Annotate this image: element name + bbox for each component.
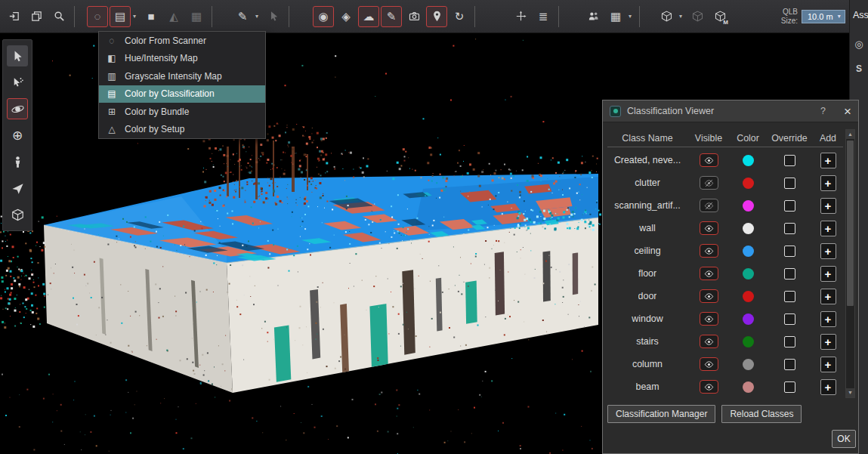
scroll-down-button[interactable]: ▼ xyxy=(846,388,854,397)
image-color-button[interactable]: ▦ xyxy=(186,6,207,27)
override-checkbox[interactable] xyxy=(784,336,795,347)
assistant-section-label[interactable]: S xyxy=(850,63,868,74)
override-checkbox[interactable] xyxy=(784,178,795,189)
add-points-button[interactable]: + xyxy=(820,379,836,395)
menu-color-by-classification[interactable]: ▤Color by Classification xyxy=(99,85,265,103)
classification-manager-button[interactable]: Classification Manager xyxy=(607,405,715,423)
wireframe-cube-button[interactable] xyxy=(687,6,708,27)
override-checkbox[interactable] xyxy=(784,223,795,234)
visibility-on-button[interactable] xyxy=(700,312,718,326)
menu-color-from-scanner[interactable]: ◌Color From Scanner xyxy=(99,32,265,50)
registration-button[interactable]: ≣ xyxy=(533,6,554,27)
collaboration-button[interactable] xyxy=(582,6,604,27)
add-points-button[interactable]: + xyxy=(820,175,836,191)
chevron-down-icon[interactable]: ▾ xyxy=(679,13,685,20)
override-checkbox[interactable] xyxy=(784,381,795,393)
qlb-cube-button[interactable]: M xyxy=(709,6,731,27)
add-points-button[interactable]: + xyxy=(820,357,836,372)
clipping-box-button[interactable] xyxy=(7,204,28,225)
override-checkbox[interactable] xyxy=(784,200,795,212)
add-points-button[interactable]: + xyxy=(820,198,836,214)
class-color-swatch[interactable] xyxy=(743,223,754,234)
close-icon[interactable]: × xyxy=(844,105,851,118)
visibility-off-button[interactable] xyxy=(700,176,718,190)
ok-button[interactable]: OK xyxy=(832,430,856,448)
paint-select-button[interactable] xyxy=(263,6,284,27)
add-points-button[interactable]: + xyxy=(820,311,836,327)
add-points-button[interactable]: + xyxy=(820,221,836,236)
walkthrough-button[interactable] xyxy=(7,151,28,172)
class-color-swatch[interactable] xyxy=(743,268,754,280)
qlb-size-input[interactable]: 10.0 m ▾ xyxy=(802,10,845,23)
visibility-on-button[interactable] xyxy=(700,289,718,303)
menu-grayscale-intensity-map[interactable]: ▥Grayscale Intensity Map xyxy=(99,67,265,85)
point-annotation-button[interactable]: ◉ xyxy=(313,6,334,27)
chevron-down-icon[interactable]: ▾ xyxy=(255,13,261,20)
visibility-off-button[interactable] xyxy=(700,199,718,212)
reload-classes-button[interactable]: Reload Classes xyxy=(721,405,802,423)
visibility-on-button[interactable] xyxy=(700,267,718,280)
visibility-on-button[interactable] xyxy=(700,244,718,258)
menu-color-by-setup[interactable]: △Color by Setup xyxy=(99,121,265,139)
transform-button[interactable] xyxy=(510,6,531,27)
menu-color-by-bundle[interactable]: ⊞Color by Bundle xyxy=(99,103,265,121)
add-points-button[interactable]: + xyxy=(820,266,836,282)
scroll-up-button[interactable]: ▲ xyxy=(846,130,854,139)
chevron-down-icon[interactable]: ▾ xyxy=(133,13,139,20)
snap-grid-button[interactable]: ▦ xyxy=(605,6,626,27)
class-color-swatch[interactable] xyxy=(743,313,754,325)
marker-annotation-button[interactable]: ✎ xyxy=(381,6,402,27)
scrollbar-track[interactable]: ▲ ▼ xyxy=(845,129,855,398)
add-points-button[interactable]: + xyxy=(820,334,836,350)
duplicate-view-button[interactable] xyxy=(26,6,47,27)
classification-viewer-titlebar[interactable]: Classification Viewer ? × xyxy=(603,100,858,122)
color-from-scanner-button[interactable]: ◌ xyxy=(87,6,108,27)
chevron-down-icon[interactable]: ▾ xyxy=(629,13,635,20)
point-select-button[interactable] xyxy=(7,72,28,93)
override-checkbox[interactable] xyxy=(784,313,795,325)
visibility-on-button[interactable] xyxy=(700,221,718,235)
class-color-swatch[interactable] xyxy=(743,291,754,302)
assistant-icon[interactable]: ◎ xyxy=(850,39,868,50)
class-color-swatch[interactable] xyxy=(743,381,754,393)
sync-annotations-button[interactable]: ↻ xyxy=(449,6,470,27)
add-points-button[interactable]: + xyxy=(820,289,836,304)
visibility-on-button[interactable] xyxy=(700,153,718,167)
chevron-down-icon[interactable]: ▾ xyxy=(838,13,841,20)
menu-hue-intensity-map[interactable]: ◧Hue/Intensity Map xyxy=(99,50,265,68)
help-button[interactable]: ? xyxy=(820,106,826,116)
override-checkbox[interactable] xyxy=(784,291,795,302)
class-color-swatch[interactable] xyxy=(743,155,754,166)
mesh-color-button[interactable]: ◭ xyxy=(163,6,184,27)
camera-annotation-button[interactable] xyxy=(403,6,425,27)
tag-annotation-button[interactable]: ◈ xyxy=(335,6,357,27)
add-points-button[interactable]: + xyxy=(820,153,836,168)
class-color-swatch[interactable] xyxy=(743,359,754,370)
class-color-swatch[interactable] xyxy=(743,246,754,257)
override-checkbox[interactable] xyxy=(784,359,795,370)
cloud-annotation-button[interactable]: ☁ xyxy=(358,6,379,27)
class-color-swatch[interactable] xyxy=(743,178,754,189)
visibility-on-button[interactable] xyxy=(700,335,718,348)
orbit-tool-button[interactable] xyxy=(7,98,28,119)
import-project-button[interactable] xyxy=(3,6,24,27)
color-mode-button[interactable]: ▤ xyxy=(110,6,131,27)
override-checkbox[interactable] xyxy=(784,246,795,257)
center-view-button[interactable]: ⊕ xyxy=(7,125,28,146)
paint-brush-button[interactable]: ✎ xyxy=(232,6,253,27)
add-points-button[interactable]: + xyxy=(820,243,836,259)
fly-mode-button[interactable] xyxy=(7,178,28,199)
zoom-button[interactable] xyxy=(48,6,70,27)
visibility-on-button[interactable] xyxy=(700,380,718,394)
override-checkbox[interactable] xyxy=(784,155,795,166)
override-checkbox[interactable] xyxy=(784,268,795,280)
class-color-swatch[interactable] xyxy=(743,200,754,212)
column-header-add: Add xyxy=(820,133,836,144)
location-pin-button[interactable] xyxy=(426,6,447,27)
select-cursor-button[interactable] xyxy=(7,45,28,66)
scrollbar-thumb[interactable] xyxy=(847,141,854,306)
solid-color-button[interactable]: ■ xyxy=(141,6,162,27)
visibility-on-button[interactable] xyxy=(700,357,718,371)
view-cube-button[interactable] xyxy=(656,6,677,27)
class-color-swatch[interactable] xyxy=(743,336,754,347)
